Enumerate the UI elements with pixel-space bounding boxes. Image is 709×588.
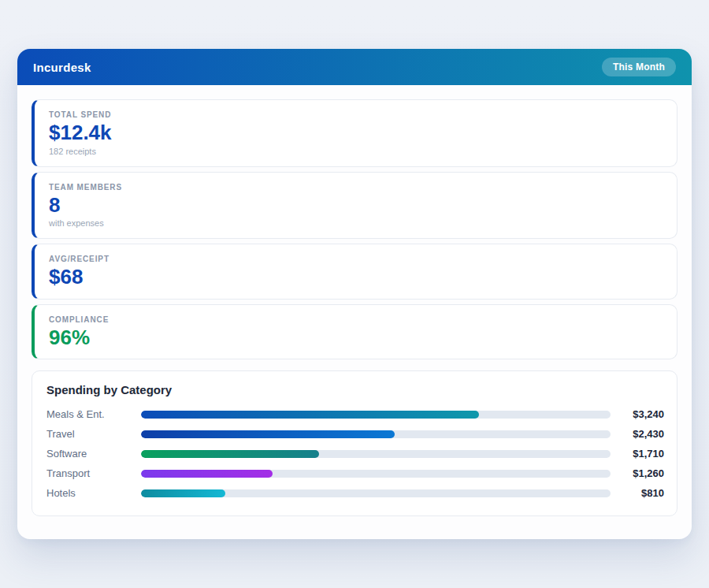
app-header: Incurdesk This Month	[17, 49, 692, 85]
stat-value: $12.4k	[49, 121, 663, 144]
chart-row: Travel$2,430	[46, 424, 664, 444]
stat-card: TOTAL SPEND$12.4k182 receipts	[32, 99, 677, 167]
stat-label: AVG/RECEIPT	[49, 255, 663, 263]
chart-category-label: Software	[46, 448, 141, 460]
chart-title: Spending by Category	[46, 383, 664, 396]
stat-value: 8	[49, 194, 663, 217]
bar-track	[141, 430, 611, 438]
chart-category-label: Travel	[46, 428, 141, 440]
chart-row: Meals & Ent.$3,240	[46, 404, 664, 424]
stats-list: TOTAL SPEND$12.4k182 receiptsTEAM MEMBER…	[32, 99, 677, 359]
chart-row: Transport$1,260	[46, 463, 664, 483]
stat-card: AVG/RECEIPT$68	[32, 244, 677, 300]
bar-track	[141, 450, 611, 458]
bar-track	[141, 489, 611, 497]
period-badge[interactable]: This Month	[602, 58, 676, 76]
bar-fill	[141, 450, 319, 458]
stat-label: TOTAL SPEND	[49, 110, 663, 119]
stat-label: TEAM MEMBERS	[49, 183, 663, 192]
stat-card: COMPLIANCE96%	[32, 304, 677, 360]
chart-value-label: $810	[611, 487, 664, 499]
app-title: Incurdesk	[33, 61, 91, 74]
bar-fill	[141, 470, 273, 478]
chart-rows: Meals & Ent.$3,240Travel$2,430Software$1…	[46, 404, 664, 503]
stat-value: $68	[49, 266, 663, 288]
chart-value-label: $1,260	[611, 467, 664, 479]
chart-row: Hotels$810	[46, 483, 664, 503]
stat-label: COMPLIANCE	[49, 315, 663, 324]
main-content: TOTAL SPEND$12.4k182 receiptsTEAM MEMBER…	[17, 85, 692, 530]
chart-value-label: $1,710	[611, 448, 664, 460]
bar-track	[141, 470, 611, 478]
chart-value-label: $3,240	[611, 408, 664, 420]
app-panel: Incurdesk This Month TOTAL SPEND$12.4k18…	[17, 49, 692, 539]
stat-sublabel: with expenses	[49, 218, 663, 228]
chart-card: Spending by Category Meals & Ent.$3,240T…	[32, 370, 677, 516]
chart-category-label: Transport	[46, 467, 141, 479]
bar-track	[141, 411, 611, 419]
stat-sublabel: 182 receipts	[49, 147, 663, 156]
chart-category-label: Meals & Ent.	[46, 408, 141, 420]
chart-category-label: Hotels	[46, 487, 141, 499]
bar-fill	[141, 430, 395, 438]
chart-value-label: $2,430	[611, 428, 664, 440]
bar-fill	[141, 411, 479, 419]
stat-card: TEAM MEMBERS8with expenses	[32, 172, 677, 240]
bar-fill	[141, 489, 225, 497]
stat-value: 96%	[49, 326, 663, 349]
chart-row: Software$1,710	[46, 444, 664, 463]
